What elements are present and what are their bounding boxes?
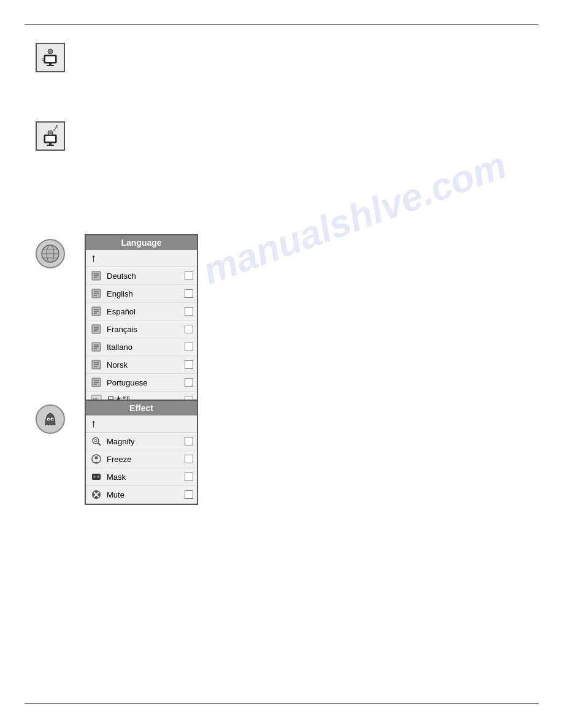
list-item[interactable]: Français bbox=[86, 320, 197, 338]
svg-rect-2 bbox=[49, 63, 52, 65]
lang-item-label: Español bbox=[107, 307, 185, 316]
lang-item-icon bbox=[90, 305, 103, 318]
globe-svg bbox=[39, 243, 61, 265]
effect-item-checkbox[interactable] bbox=[185, 455, 193, 463]
svg-rect-9 bbox=[49, 143, 52, 145]
lang-item-checkbox[interactable] bbox=[185, 325, 193, 333]
sleeping-person-computer-icon: z z z bbox=[36, 121, 65, 151]
list-item[interactable]: Norsk bbox=[86, 356, 197, 374]
list-item[interactable]: Deutsch bbox=[86, 267, 197, 285]
lang-item-checkbox[interactable] bbox=[185, 360, 193, 369]
svg-rect-3 bbox=[47, 65, 54, 66]
effect-item-label: Magnify bbox=[107, 437, 185, 446]
svg-point-58 bbox=[93, 438, 99, 444]
svg-point-23 bbox=[52, 419, 53, 420]
magnify-item-icon bbox=[90, 434, 103, 448]
effect-item-label: Freeze bbox=[107, 455, 185, 464]
freeze-item-icon bbox=[90, 452, 103, 466]
svg-rect-1 bbox=[45, 56, 55, 62]
effect-item-label: Mask bbox=[107, 472, 185, 482]
lang-item-checkbox[interactable] bbox=[185, 378, 193, 387]
svg-point-64 bbox=[93, 476, 96, 478]
effect-item-checkbox[interactable] bbox=[185, 472, 193, 481]
lang-item-icon bbox=[90, 322, 103, 336]
lang-item-icon bbox=[90, 269, 103, 282]
list-item[interactable]: Itallano bbox=[86, 338, 197, 356]
lang-item-checkbox[interactable] bbox=[185, 307, 193, 316]
top-rule bbox=[25, 25, 538, 25]
lang-item-label: English bbox=[107, 289, 185, 298]
sleeping-computer-svg: z z z bbox=[39, 125, 61, 147]
back-arrow-icon: ↑ bbox=[91, 417, 96, 430]
person-computer-icon bbox=[36, 43, 65, 72]
ghost-svg bbox=[39, 408, 61, 430]
list-item[interactable]: Freeze bbox=[86, 450, 197, 468]
svg-point-11 bbox=[48, 131, 53, 135]
lang-item-checkbox[interactable] bbox=[185, 343, 193, 351]
svg-point-22 bbox=[48, 419, 50, 420]
list-item[interactable]: Magnify bbox=[86, 433, 197, 450]
effect-item-label: Mute bbox=[107, 490, 185, 499]
list-item[interactable]: Mute bbox=[86, 486, 197, 504]
lang-item-checkbox[interactable] bbox=[185, 289, 193, 298]
list-item[interactable]: English bbox=[86, 285, 197, 303]
svg-line-60 bbox=[98, 443, 101, 446]
list-item[interactable]: Portuguese bbox=[86, 374, 197, 392]
svg-rect-10 bbox=[47, 145, 54, 146]
ghost-icon bbox=[36, 404, 65, 434]
lang-item-label: Français bbox=[107, 325, 185, 334]
lang-item-icon bbox=[90, 376, 103, 389]
effect-item-checkbox[interactable] bbox=[185, 437, 193, 446]
language-menu-title: Language bbox=[86, 235, 197, 250]
language-menu-back[interactable]: ↑ bbox=[86, 250, 197, 267]
lang-item-label: Itallano bbox=[107, 343, 185, 352]
svg-rect-8 bbox=[45, 136, 55, 142]
bottom-rule bbox=[25, 703, 538, 703]
lang-item-icon bbox=[90, 340, 103, 354]
lang-item-icon bbox=[90, 287, 103, 300]
lang-item-label: Portuguese bbox=[107, 378, 185, 387]
list-item[interactable]: Español bbox=[86, 303, 197, 320]
svg-text:z: z bbox=[56, 125, 58, 128]
list-item[interactable]: Mask bbox=[86, 468, 197, 486]
lang-item-label: Norsk bbox=[107, 360, 185, 370]
back-arrow-icon: ↑ bbox=[91, 252, 96, 265]
effect-menu-back[interactable]: ↑ bbox=[86, 415, 197, 433]
effect-menu: Effect ↑ Magnify Freeze bbox=[85, 400, 198, 505]
svg-point-62 bbox=[95, 457, 98, 460]
svg-point-4 bbox=[48, 49, 53, 54]
mute-item-icon bbox=[90, 488, 103, 501]
lang-item-icon bbox=[90, 358, 103, 371]
watermark: manualshlve.com bbox=[197, 143, 511, 293]
effect-item-checkbox[interactable] bbox=[185, 490, 193, 499]
svg-point-59 bbox=[94, 439, 97, 442]
lang-item-label: Deutsch bbox=[107, 271, 185, 281]
svg-point-65 bbox=[97, 476, 99, 478]
effect-menu-title: Effect bbox=[86, 401, 197, 415]
person-at-computer-svg bbox=[39, 47, 61, 69]
globe-icon bbox=[36, 239, 65, 268]
mask-item-icon bbox=[90, 470, 103, 483]
lang-item-checkbox[interactable] bbox=[185, 271, 193, 280]
